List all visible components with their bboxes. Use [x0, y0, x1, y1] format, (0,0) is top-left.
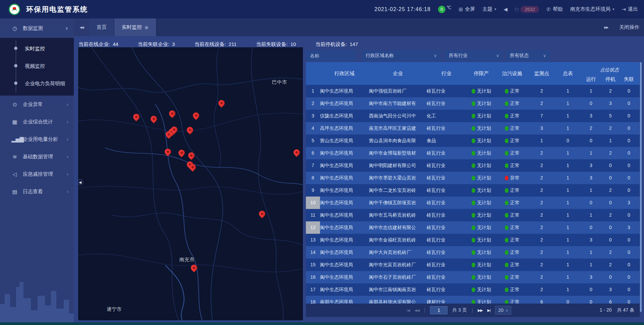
- col-header-6: 监测点: [528, 62, 555, 85]
- sidebar-subitem-企业电力负荷明细[interactable]: 企业电力负荷明细: [0, 75, 74, 92]
- table-row[interactable]: 18南部生态环境局南部县科华水泥有限公建材行业无计划正常60060: [306, 296, 640, 304]
- cell-row-number: 16: [306, 271, 320, 283]
- sidebar-item-2[interactable]: ▦企业综合统计‹: [0, 113, 74, 130]
- cell-industry: 砖瓦行业: [427, 159, 466, 172]
- skyline-decoration: [0, 282, 74, 322]
- cell-region: 高坪生态环境局: [320, 122, 369, 134]
- cell-facility-status: 正常: [496, 159, 528, 172]
- table-row[interactable]: 4高坪生态环境局南充市高坪区王家店建砖瓦行业无计划正常31220: [306, 122, 640, 134]
- emergency-icon: ◁: [11, 171, 18, 177]
- sidebar-item-4[interactable]: ≋基础数据管理‹: [0, 148, 74, 165]
- cell-limit-status: 无计划: [466, 134, 496, 147]
- map-panel[interactable]: 巴中市南充市遂宁市 ◀: [78, 47, 303, 320]
- sidebar-item-6[interactable]: ▤日志查看‹: [0, 183, 74, 200]
- header-right: 2021-02-25 17:46:18 0 ℃ ⊞ 全屏 主题 ▾ ◀ 2632…: [374, 0, 638, 18]
- col-header-3: 行业: [427, 62, 466, 85]
- tab-realtime-monitor[interactable]: 实时监控 ⊗: [114, 18, 156, 36]
- table-row[interactable]: 8阆中生态环境局阆中市枣碧大梁山页岩砖瓦行业无计划异常21300: [306, 172, 640, 184]
- next-page-button[interactable]: ▶▶: [478, 308, 483, 313]
- cell-industry: 砖瓦行业: [427, 172, 466, 184]
- last-page-button[interactable]: ▶|: [487, 308, 490, 313]
- sidebar-item-1[interactable]: ⊙企业异常‹: [0, 96, 74, 113]
- org-dropdown[interactable]: 南充市生态环境局 ▾: [570, 6, 614, 12]
- sidebar-item-label: 日志查看: [23, 188, 43, 195]
- status-dot-icon: [505, 139, 508, 143]
- col-header-7: 总表: [555, 62, 580, 85]
- table-row[interactable]: 16阆中生态环境局阆中市石子页岩机砖厂砖瓦行业无计划正常21300: [306, 271, 640, 283]
- page-number-input[interactable]: [430, 306, 447, 314]
- cell-industry: 砖瓦行业: [427, 147, 466, 159]
- cell-region: 阆中生态环境局: [320, 221, 369, 234]
- cell-row-number: 7: [306, 159, 320, 172]
- cell-region: 阆中生态环境局: [320, 159, 369, 172]
- table-row[interactable]: 14阆中生态环境局阆中大兴页岩机砖厂砖瓦行业无计划正常21120: [306, 246, 640, 259]
- cell-facility-status: 正常: [496, 122, 528, 134]
- page-size-select[interactable]: 20 ∨: [495, 306, 511, 315]
- cell-company: 阆中市金博瑞新型墙材: [369, 147, 427, 159]
- theme-dropdown[interactable]: 主题 ▾: [482, 6, 496, 12]
- fullscreen-button[interactable]: ⊞ 全屏: [459, 6, 475, 12]
- tabs-scroll-right-button[interactable]: ▶▶: [598, 25, 614, 29]
- cell-region: 阆中生态环境局: [320, 209, 369, 221]
- mute-button[interactable]: ◀: [504, 6, 508, 12]
- col-header-5: 治污设施: [496, 62, 528, 85]
- tab-home[interactable]: 首页: [89, 18, 114, 36]
- table-row[interactable]: 7阆中生态环境局阆中明阳建材有限公司砖瓦行业无计划正常21300: [306, 159, 640, 172]
- table-row[interactable]: 10阆中生态环境局阆中千佛镇五郎垭页岩砖瓦行业无计划正常21003: [306, 197, 640, 209]
- table-row[interactable]: 5营山生态环境局营山县润丰肉食品有限食品无计划正常10010: [306, 134, 640, 147]
- name-filter-input[interactable]: [306, 50, 356, 61]
- sidebar-item-5[interactable]: ◁应急减排管理‹: [0, 165, 74, 183]
- cell-monitor-points: 1: [528, 134, 555, 147]
- table-header: 行政区域企业行业停限产治污设施监测点总表点位状态运行停机失联: [306, 62, 640, 85]
- cell-company: 西南油气田分公司川中: [369, 110, 427, 122]
- table-row[interactable]: 2阆中生态环境局阆中市南方节能建材有砖瓦行业无计划正常21030: [306, 97, 640, 110]
- cell-facility-status: 正常: [496, 234, 528, 246]
- prev-page-button[interactable]: ◀◀: [414, 308, 419, 313]
- table-row[interactable]: 15阆中生态环境局阆中市光富页岩机砖厂砖瓦行业无计划正常21120: [306, 259, 640, 271]
- main-content: 当前在线企业:44当前失联企业:3当前在线设备:211当前失联设备:10当前停机…: [74, 36, 644, 322]
- chevron-left-icon: ‹: [67, 154, 68, 159]
- cell-monitor-points: 2: [528, 209, 555, 221]
- tabs-scroll-left-button[interactable]: ◀◀: [74, 18, 89, 36]
- stat-label: 当前停机设备:: [315, 41, 347, 48]
- table-row[interactable]: 11阆中生态环境局阆中市五马桥页岩机砖砖瓦行业无计划正常21120: [306, 209, 640, 221]
- fullscreen-icon: ⊞: [459, 6, 463, 12]
- table-row[interactable]: 6阆中生态环境局阆中市金博瑞新型墙材砖瓦行业无计划正常21120: [306, 147, 640, 159]
- cell-industry: 砖瓦行业: [427, 271, 466, 283]
- status-filter-select[interactable]: 所有状态 ∨: [506, 50, 550, 61]
- cell-lost: 0: [619, 296, 639, 304]
- chevron-left-icon: ‹: [67, 102, 68, 107]
- cell-running: 1: [580, 184, 602, 197]
- chevron-left-icon: ‹: [67, 189, 68, 194]
- sidebar-subitem-实时监控[interactable]: 实时监控: [0, 40, 74, 57]
- cell-row-number: 13: [306, 234, 320, 246]
- cell-industry: 砖瓦行业: [427, 221, 466, 234]
- region-filter-select[interactable]: 行政区域名称 ∨: [362, 50, 441, 61]
- notifications[interactable]: 2632: [515, 6, 539, 13]
- table-row[interactable]: 1阆中生态环境局阆中强锐页岩砖厂砖瓦行业无计划正常21120: [306, 85, 640, 97]
- table-row[interactable]: 9阆中生态环境局阆中市二龙长宝页岩砖砖瓦行业无计划正常21120: [306, 184, 640, 197]
- status-dot-icon: [472, 250, 475, 255]
- logout-button[interactable]: ⇥ 退出: [622, 6, 638, 12]
- filter-bar: 行政区域名称 ∨ 所有行业 ∨ 所有状态 ∨: [306, 50, 640, 61]
- cell-lost: 0: [619, 184, 639, 197]
- cell-running: 0: [580, 283, 602, 296]
- table-scrollbar[interactable]: [640, 62, 642, 312]
- table-row[interactable]: 12阆中生态环境局阆中市忠信建材有限公砖瓦行业无计划正常21003: [306, 221, 640, 234]
- table-row[interactable]: 13阆中生态环境局阆中市金福旺页岩机砖砖瓦行业无计划正常21300: [306, 234, 640, 246]
- cell-row-number: 17: [306, 283, 320, 296]
- table-row[interactable]: 3仪陇生态环境局西南油气田分公司川中化工无计划正常71350: [306, 110, 640, 122]
- sidebar-item-0[interactable]: ◷数据监测∨: [0, 18, 74, 38]
- close-icon[interactable]: ⊗: [145, 25, 149, 30]
- help-button[interactable]: ✆ 帮助: [546, 6, 563, 12]
- table-row[interactable]: 17阆中生态环境局阆中市江南镇阆南页岩砖瓦行业无计划正常21030: [306, 283, 640, 296]
- status-dot-icon: [505, 275, 508, 280]
- cell-industry: 砖瓦行业: [427, 184, 466, 197]
- sidebar-subitem-视频监控[interactable]: 视频监控: [0, 57, 74, 75]
- first-page-button[interactable]: |◀: [407, 308, 410, 313]
- stat-item: 当前失联设备:10: [256, 41, 296, 48]
- sidebar-item-3[interactable]: ▂▅▇企业用电量分析‹: [0, 130, 74, 148]
- cell-lost: 0: [619, 85, 639, 97]
- industry-filter-select[interactable]: 所有行业 ∨: [445, 50, 503, 61]
- close-operations-button[interactable]: 关闭操作: [619, 24, 639, 31]
